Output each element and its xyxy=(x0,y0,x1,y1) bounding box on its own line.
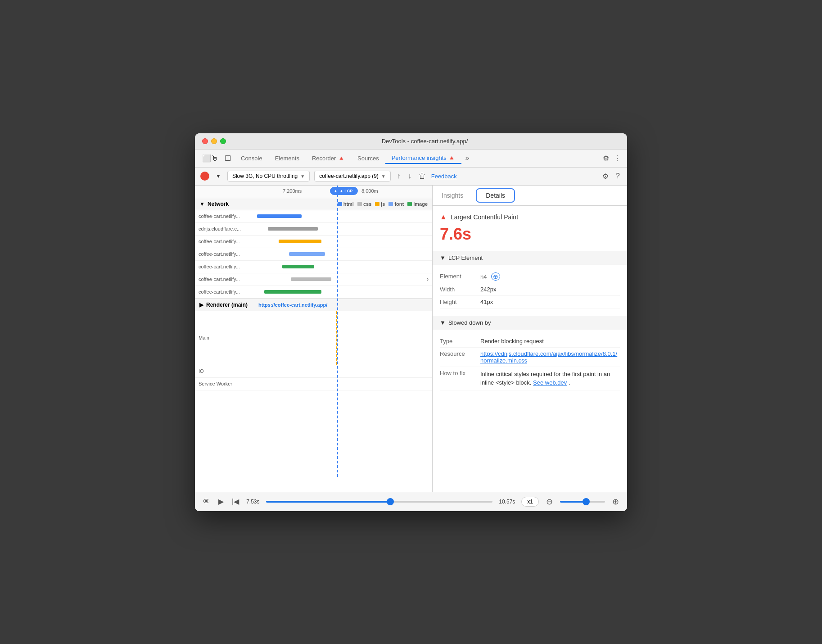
maximize-button[interactable] xyxy=(220,138,226,144)
row-label: coffee-cart.netlify... xyxy=(195,251,253,257)
element-row: Element h4 ⊕ xyxy=(440,270,620,283)
slowed-section-header: ▼ Slowed down by xyxy=(433,316,627,330)
network-legend: html css js font xyxy=(338,201,428,207)
element-label: Element xyxy=(440,273,480,280)
renderer-section: ▶ Renderer (main) https://coffee-cart.ne… xyxy=(195,299,432,390)
network-section: ▼ Network html css js xyxy=(195,198,432,299)
legend-font-dot xyxy=(388,202,393,206)
tab-sources[interactable]: Sources xyxy=(351,153,385,163)
width-label: Width xyxy=(440,286,480,293)
network-row[interactable]: coffee-cart.netlify... › xyxy=(195,273,432,286)
close-button[interactable] xyxy=(202,138,208,144)
timeline-panel: 7,200ms 8,000m ▲ ▲ LCP ▼ Network xyxy=(195,186,433,492)
zoom-out-button[interactable]: ⊖ xyxy=(545,496,554,508)
row-expand-button[interactable]: › xyxy=(423,276,432,282)
minimize-button[interactable] xyxy=(211,138,217,144)
start-time-display: 7.53s xyxy=(246,499,259,505)
action-icons: ↑ ↓ 🗑 Feedback xyxy=(395,170,457,182)
cursor-icon-button[interactable]: ⬜🖰 xyxy=(199,152,221,164)
how-to-fix-label: How to fix xyxy=(440,370,480,376)
more-options-button[interactable]: ⋮ xyxy=(612,152,623,164)
dashed-timeline-line xyxy=(337,186,338,477)
network-row[interactable]: coffee-cart.netlify... xyxy=(195,248,432,261)
main-row-label: Main xyxy=(195,335,253,340)
renderer-header-label: Renderer (main) xyxy=(206,302,248,308)
bar-image-large xyxy=(264,290,321,294)
dock-button[interactable]: ☐ xyxy=(222,152,234,164)
bar-font xyxy=(289,252,325,256)
network-rows: coffee-cart.netlify... cdnjs.cloudflare.… xyxy=(195,210,432,299)
speed-badge[interactable]: x1 xyxy=(521,497,539,507)
feedback-link[interactable]: Feedback xyxy=(431,173,457,180)
timeline-slider-container xyxy=(266,501,493,503)
tab-details[interactable]: Details xyxy=(476,188,515,203)
row-timeline xyxy=(253,261,432,273)
upload-button[interactable]: ↑ xyxy=(395,170,402,182)
element-tag: h4 xyxy=(480,273,487,280)
network-row[interactable]: coffee-cart.netlify... xyxy=(195,210,432,223)
record-button[interactable] xyxy=(200,172,209,181)
window-title: DevTools - coffee-cart.netlify.app/ xyxy=(230,138,620,145)
row-timeline xyxy=(253,286,432,298)
row-label: coffee-cart.netlify... xyxy=(195,277,253,282)
resource-link[interactable]: https://cdnjs.cloudflare.com/ajax/libs/n… xyxy=(480,350,617,364)
settings-button[interactable]: ⚙ xyxy=(601,152,611,164)
network-row[interactable]: coffee-cart.netlify... xyxy=(195,236,432,248)
element-value: h4 ⊕ xyxy=(480,273,620,280)
delete-button[interactable]: 🗑 xyxy=(417,170,428,182)
type-row: Type Render blocking request xyxy=(440,335,620,348)
rewind-button[interactable]: |◀ xyxy=(231,496,240,507)
legend-html: html xyxy=(338,201,354,207)
io-label: IO xyxy=(195,368,253,374)
end-time-display: 10.57s xyxy=(499,499,515,505)
lcp-time-value: 7.6s xyxy=(440,225,620,244)
tab-insights[interactable]: Insights xyxy=(433,187,472,204)
resource-row: Resource https://cdnjs.cloudflare.com/aj… xyxy=(440,348,620,367)
bar-image xyxy=(282,265,314,268)
row-timeline xyxy=(253,223,432,235)
see-web-dev-link[interactable]: See web.dev xyxy=(533,379,567,386)
tab-toolbar: ⬜🖰 ☐ Console Elements Recorder 🔺 Sources… xyxy=(195,150,627,168)
network-throttle-dropdown[interactable]: Slow 3G, No CPU throttling ▼ xyxy=(227,171,310,181)
legend-html-dot xyxy=(338,202,342,206)
dropdown-arrow-button[interactable]: ▼ xyxy=(214,172,223,180)
tab-bar: Console Elements Recorder 🔺 Sources Perf… xyxy=(235,152,600,164)
tab-elements[interactable]: Elements xyxy=(269,153,306,163)
network-row[interactable]: coffee-cart.netlify... xyxy=(195,286,432,299)
width-value: 242px xyxy=(480,286,620,293)
zoom-slider[interactable] xyxy=(560,501,605,503)
settings-action-button[interactable]: ⚙ xyxy=(601,170,610,182)
period: . xyxy=(569,379,570,386)
network-collapse-icon[interactable]: ▼ xyxy=(199,201,205,207)
renderer-link[interactable]: https://coffee-cart.netlify.app/ xyxy=(255,302,331,308)
zoom-in-button[interactable]: ⊕ xyxy=(611,496,620,508)
timeline-slider[interactable] xyxy=(266,501,493,503)
element-link-icon[interactable]: ⊕ xyxy=(491,272,500,281)
help-button[interactable]: ? xyxy=(614,170,622,182)
row-label: coffee-cart.netlify... xyxy=(195,289,253,295)
legend-css-dot xyxy=(357,202,362,206)
main-timeline xyxy=(253,311,432,365)
more-tabs-button[interactable]: » xyxy=(461,152,473,164)
tab-performance-insights[interactable]: Performance insights 🔺 xyxy=(385,153,462,164)
play-button[interactable]: ▶ xyxy=(217,496,225,507)
chevron-down-icon: ▼ xyxy=(381,174,386,179)
width-row: Width 242px xyxy=(440,283,620,296)
renderer-header: ▶ Renderer (main) https://coffee-cart.ne… xyxy=(195,299,432,311)
height-value: 41px xyxy=(480,299,620,305)
renderer-collapse-icon[interactable]: ▶ xyxy=(199,302,203,308)
origin-dropdown[interactable]: coffee-cart.netlify.app (9) ▼ xyxy=(314,171,391,181)
type-label: Type xyxy=(440,338,480,345)
tab-console[interactable]: Console xyxy=(235,153,269,163)
traffic-lights xyxy=(202,138,226,144)
network-row[interactable]: coffee-cart.netlify... xyxy=(195,261,432,273)
download-button[interactable]: ↓ xyxy=(406,170,413,182)
legend-js-dot xyxy=(375,202,379,206)
network-row[interactable]: cdnjs.cloudflare.c... xyxy=(195,223,432,236)
tab-recorder[interactable]: Recorder 🔺 xyxy=(306,153,351,163)
resource-label: Resource xyxy=(440,350,480,364)
details-content: ▲ Largest Contentful Paint 7.6s ▼ LCP El… xyxy=(433,206,627,492)
row-timeline xyxy=(253,273,423,286)
screenshot-button[interactable]: 👁 xyxy=(202,497,211,507)
panel-tabs: Insights Details xyxy=(433,186,627,206)
